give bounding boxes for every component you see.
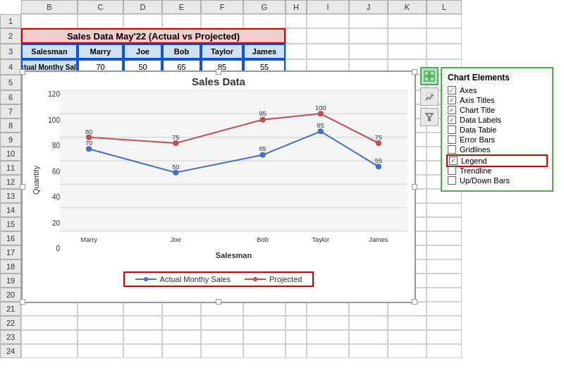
cell-l17[interactable] [427,245,462,259]
cell-i2[interactable] [307,28,349,44]
cell-k2[interactable] [388,28,427,44]
checkbox-chart-title[interactable] [448,106,456,114]
cell-e21[interactable] [162,302,201,316]
header-marry[interactable]: Marry [78,44,123,59]
cell-l23[interactable] [427,330,462,344]
cell-c21[interactable] [78,302,123,316]
header-taylor[interactable]: Taylor [201,44,243,59]
cell-k1[interactable] [388,14,427,28]
cell-h3[interactable] [286,44,307,59]
cell-j3[interactable] [349,44,388,59]
cell-h1[interactable] [286,14,307,28]
cell-i1[interactable] [307,14,349,28]
chart-styles-button[interactable] [420,87,439,106]
cell-g1[interactable] [243,14,286,28]
cell-d21[interactable] [123,302,162,316]
cell-l3[interactable] [427,44,462,59]
cell-b23[interactable] [21,330,78,344]
header-joe[interactable]: Joe [123,44,162,59]
ce-legend[interactable]: Legend [446,154,548,167]
cell-l24[interactable] [427,344,462,358]
cell-f21[interactable] [201,302,243,316]
cell-h23[interactable] [286,330,307,344]
handle-ml[interactable] [20,184,25,190]
cell-b22[interactable] [21,316,78,330]
handle-br[interactable] [412,299,417,305]
cell-l19[interactable] [427,274,462,288]
cell-j23[interactable] [349,330,388,344]
cell-k22[interactable] [388,316,427,330]
header-bob[interactable]: Bob [162,44,201,59]
cell-e24[interactable] [162,344,201,358]
cell-i3[interactable] [307,44,349,59]
cell-g22[interactable] [243,316,286,330]
cell-d1[interactable] [123,14,162,28]
chart-container[interactable]: Sales Data Quantity 0 20 40 60 80 100 12… [21,71,416,303]
cell-g23[interactable] [243,330,286,344]
cell-b24[interactable] [21,344,78,358]
cell-h24[interactable] [286,344,307,358]
cell-f23[interactable] [201,330,243,344]
handle-tr[interactable] [412,69,417,75]
handle-tl[interactable] [20,69,25,75]
checkbox-gridlines[interactable] [448,145,456,154]
cell-g21[interactable] [243,302,286,316]
ce-data-table[interactable]: Data Table [448,125,546,134]
handle-tc[interactable] [216,69,221,75]
ce-updown-bars[interactable]: Up/Down Bars [448,176,546,185]
cell-e1[interactable] [162,14,201,28]
spreadsheet-title[interactable]: Sales Data May'22 (Actual vs Projected) [21,28,286,44]
cell-l21[interactable] [427,302,462,316]
checkbox-axes[interactable] [448,86,456,94]
cell-i22[interactable] [307,316,349,330]
cell-i21[interactable] [307,302,349,316]
cell-l22[interactable] [427,316,462,330]
checkbox-axis-titles[interactable] [448,96,456,104]
cell-b1[interactable] [21,14,78,28]
ce-data-labels[interactable]: Data Labels [448,116,546,124]
cell-h21[interactable] [286,302,307,316]
cell-j24[interactable] [349,344,388,358]
header-james[interactable]: James [243,44,286,59]
cell-j21[interactable] [349,302,388,316]
chart-filters-button[interactable] [420,108,439,126]
cell-f22[interactable] [201,316,243,330]
cell-d24[interactable] [123,344,162,358]
cell-k24[interactable] [388,344,427,358]
cell-l20[interactable] [427,288,462,302]
cell-f24[interactable] [201,344,243,358]
cell-l18[interactable] [427,259,462,274]
cell-k21[interactable] [388,302,427,316]
cell-i24[interactable] [307,344,349,358]
cell-c24[interactable] [78,344,123,358]
checkbox-error-bars[interactable] [448,135,456,144]
cell-j2[interactable] [349,28,388,44]
checkbox-trendline[interactable] [448,166,456,175]
add-chart-element-button[interactable] [420,67,439,85]
cell-j1[interactable] [349,14,388,28]
cell-i23[interactable] [307,330,349,344]
cell-f1[interactable] [201,14,243,28]
checkbox-updown-bars[interactable] [448,176,456,185]
handle-bl[interactable] [20,299,25,305]
checkbox-legend[interactable] [449,157,458,165]
checkbox-data-labels[interactable] [448,116,456,124]
cell-h2[interactable] [286,28,307,44]
ce-error-bars[interactable]: Error Bars [448,135,546,144]
checkbox-data-table[interactable] [448,125,456,134]
cell-d22[interactable] [123,316,162,330]
handle-bc[interactable] [216,299,221,305]
header-salesman[interactable]: Salesman [21,44,78,59]
ce-trendline[interactable]: Trendline [448,166,546,175]
cell-l2[interactable] [427,28,462,44]
cell-d23[interactable] [123,330,162,344]
cell-h22[interactable] [286,316,307,330]
cell-b21[interactable] [21,302,78,316]
cell-l15[interactable] [427,217,462,231]
cell-c1[interactable] [78,14,123,28]
ce-chart-title[interactable]: Chart Title [448,106,546,114]
cell-l14[interactable] [427,203,462,217]
cell-k3[interactable] [388,44,427,59]
cell-g24[interactable] [243,344,286,358]
ce-axes[interactable]: Axes [448,86,546,94]
